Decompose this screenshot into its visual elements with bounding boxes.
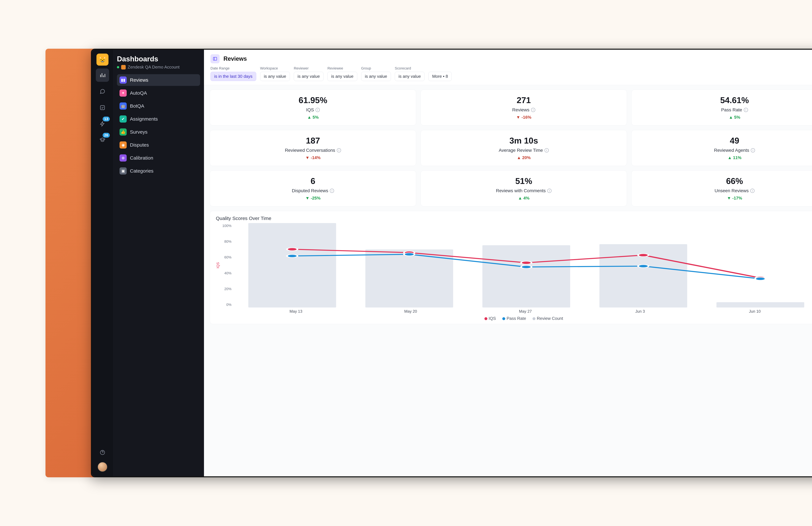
- legend-count: Review Count: [533, 316, 563, 321]
- y-left-ticks: 100%80%60%40%20%0%: [222, 223, 231, 307]
- rail-tasks-icon[interactable]: [96, 101, 109, 114]
- filter-chip-group[interactable]: is any value: [361, 72, 391, 81]
- chart-plot[interactable]: [234, 223, 812, 307]
- app-logo[interactable]: 😸: [97, 54, 108, 65]
- sidebar-item-label: Disputes: [130, 142, 149, 148]
- kpi-value: 61.95%: [299, 95, 327, 105]
- sidebar: Dashboards Zendesk QA Demo Account ▮▮Rev…: [113, 50, 204, 476]
- kpi-iqs[interactable]: 61.95% IQSi ▲ 5%: [210, 90, 416, 126]
- kpi-delta: ▲ 20%: [517, 155, 531, 160]
- sidebar-item-botqa[interactable]: 🤖BotQA: [117, 100, 200, 112]
- svg-rect-0: [100, 105, 105, 110]
- kpi-delta: ▼ -14%: [305, 155, 321, 160]
- info-icon[interactable]: i: [531, 108, 535, 112]
- info-icon[interactable]: i: [316, 108, 320, 112]
- filter-chip-date[interactable]: is in the last 30 days: [211, 72, 256, 81]
- y-left-axis-title: IQS: [216, 262, 220, 268]
- kpi-value: 3m 10s: [509, 136, 538, 145]
- kpi-reviews-with-comments[interactable]: 51% Reviews with Commentsi ▲ 4%: [421, 171, 627, 206]
- svg-point-11: [287, 248, 298, 251]
- filter-chip-scorecard[interactable]: is any value: [395, 72, 424, 81]
- kpi-pass-rate[interactable]: 54.61% Pass Ratei ▲ 5%: [632, 90, 812, 126]
- sidebar-nav: ▮▮Reviews✦AutoQA🤖BotQA✔Assignments👍Surve…: [117, 74, 200, 177]
- sidebar-item-categories[interactable]: ▣Categories: [117, 165, 200, 177]
- check-icon: ✔: [119, 115, 127, 122]
- svg-point-13: [521, 261, 532, 264]
- kpi-value: 51%: [515, 176, 532, 186]
- sidebar-item-assignments[interactable]: ✔Assignments: [117, 113, 200, 125]
- kpi-unseen-reviews[interactable]: 66% Unseen Reviewsi ▼ -17%: [632, 171, 812, 206]
- kpi-value: 6: [311, 176, 315, 186]
- main-area: Reviews Date Range is in the last 30 day…: [204, 50, 812, 476]
- target-icon: ⊕: [119, 155, 127, 162]
- filter-chip-reviewee[interactable]: is any value: [328, 72, 357, 81]
- kpi-delta: ▲ 5%: [307, 115, 319, 120]
- kpi-label: Reviews with Commentsi: [496, 188, 552, 193]
- filter-chip-reviewer[interactable]: is any value: [294, 72, 323, 81]
- filter-label-scorecard: Scorecard: [395, 66, 424, 71]
- kpi-label: IQSi: [306, 107, 320, 113]
- legend-iqs: IQS: [484, 316, 496, 321]
- sidebar-item-reviews[interactable]: ▮▮Reviews: [117, 74, 200, 86]
- rail-help-icon[interactable]: [96, 446, 109, 459]
- sidebar-item-label: Surveys: [130, 129, 147, 135]
- info-icon[interactable]: i: [750, 189, 754, 193]
- app-window: 😸 13 26: [91, 49, 812, 477]
- info-icon[interactable]: i: [547, 189, 551, 193]
- svg-point-17: [404, 253, 415, 256]
- info-icon[interactable]: i: [744, 108, 748, 112]
- info-icon[interactable]: i: [330, 189, 334, 193]
- svg-rect-6: [248, 223, 336, 307]
- filter-chip-workspace[interactable]: is any value: [260, 72, 290, 81]
- kpi-average-review-time[interactable]: 3m 10s Average Review Timei ▲ 20%: [421, 130, 627, 166]
- info-icon[interactable]: i: [751, 148, 755, 152]
- kpi-label: Reviewsi: [512, 107, 535, 113]
- kpi-reviewed-agents[interactable]: 49 Reviewed Agentsi ▲ 11%: [632, 130, 812, 166]
- filters-row: Date Range is in the last 30 days Worksp…: [204, 66, 812, 85]
- svg-rect-2: [213, 57, 217, 60]
- account-selector[interactable]: Zendesk QA Demo Account: [117, 64, 200, 70]
- filter-label-reviewee: Reviewee: [328, 66, 357, 71]
- svg-point-19: [638, 265, 649, 267]
- rail-chat-icon[interactable]: [96, 85, 109, 98]
- svg-rect-8: [482, 245, 570, 308]
- page-title: Reviews: [223, 55, 247, 62]
- kpi-label: Pass Ratei: [721, 107, 748, 113]
- rail-activity-icon[interactable]: 13: [96, 117, 109, 131]
- filter-chip-more[interactable]: More • 8: [429, 72, 452, 81]
- kpi-value: 49: [730, 136, 739, 145]
- kpi-value: 66%: [726, 176, 743, 186]
- kpi-disputed-reviews[interactable]: 6 Disputed Reviewsi ▼ -25%: [210, 171, 416, 206]
- kpi-reviews[interactable]: 271 Reviewsi ▼ -16%: [421, 90, 627, 126]
- user-avatar[interactable]: [98, 462, 107, 472]
- sidebar-item-surveys[interactable]: 👍Surveys: [117, 126, 200, 138]
- toggle-sidebar-button[interactable]: [211, 54, 220, 63]
- kpi-delta: ▲ 11%: [728, 155, 741, 160]
- x-axis-ticks: May 13May 20May 27Jun 3Jun 10: [216, 309, 812, 313]
- kpi-delta: ▼ -17%: [727, 195, 742, 201]
- legend-pass: Pass Rate: [502, 316, 526, 321]
- filter-label-workspace: Workspace: [260, 66, 290, 71]
- svg-point-14: [638, 254, 649, 257]
- topbar: Reviews: [204, 50, 812, 66]
- rail-activity-badge: 13: [103, 117, 110, 121]
- sidebar-item-autoqa[interactable]: ✦AutoQA: [117, 87, 200, 99]
- status-dot-icon: [117, 66, 119, 68]
- filter-label-group: Group: [361, 66, 391, 71]
- sidebar-item-calibration[interactable]: ⊕Calibration: [117, 152, 200, 164]
- chart-card: Quality Scores Over Time IQS 100%80%60%4…: [210, 211, 812, 324]
- icon-rail: 😸 13 26: [92, 50, 113, 476]
- info-icon[interactable]: i: [545, 148, 549, 152]
- account-name: Zendesk QA Demo Account: [128, 64, 179, 70]
- info-icon[interactable]: i: [337, 148, 341, 152]
- kpi-reviewed-conversations[interactable]: 187 Reviewed Conversationsi ▼ -14%: [210, 130, 416, 166]
- filter-label-date: Date Range: [211, 66, 256, 71]
- alert-icon: ◉: [119, 142, 127, 148]
- folder-icon: ▣: [119, 167, 127, 175]
- promo-background: 😸 13 26: [45, 49, 812, 477]
- kpi-label: Average Review Timei: [499, 148, 549, 153]
- rail-learn-icon[interactable]: 26: [96, 133, 109, 147]
- rail-dashboards-icon[interactable]: [96, 69, 109, 82]
- kpi-delta: ▼ -25%: [305, 195, 321, 201]
- sidebar-item-disputes[interactable]: ◉Disputes: [117, 139, 200, 151]
